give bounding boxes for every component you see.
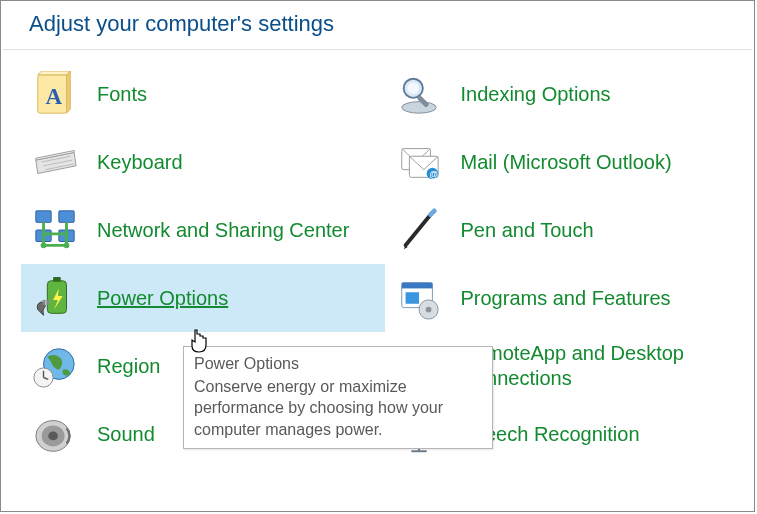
mail-icon: @: [395, 138, 443, 186]
item-label: Sound: [97, 422, 155, 447]
item-label: Region: [97, 354, 160, 379]
svg-point-2: [401, 102, 436, 114]
tooltip-body: Conserve energy or maximize performance …: [194, 376, 482, 441]
svg-rect-21: [43, 300, 46, 305]
item-fonts[interactable]: A Fonts: [21, 60, 385, 128]
programs-icon: [395, 274, 443, 322]
item-mail[interactable]: @ Mail (Microsoft Outlook): [385, 128, 749, 196]
page-heading: Adjust your computer's settings: [1, 1, 754, 49]
item-label: Keyboard: [97, 150, 183, 175]
item-label: Fonts: [97, 82, 147, 107]
svg-rect-25: [405, 292, 418, 304]
control-panel-window: Adjust your computer's settings A Fonts: [0, 0, 755, 512]
svg-point-37: [48, 432, 58, 441]
svg-point-17: [41, 242, 47, 248]
indexing-icon: [395, 70, 443, 118]
item-indexing-options[interactable]: Indexing Options: [385, 60, 749, 128]
item-label: Indexing Options: [461, 82, 611, 107]
svg-point-4: [407, 83, 419, 95]
item-label: Programs and Features: [461, 286, 671, 311]
region-icon: [31, 342, 79, 390]
power-icon: [31, 274, 79, 322]
svg-point-27: [425, 307, 431, 313]
svg-text:A: A: [45, 84, 62, 109]
item-power-options[interactable]: Power Options: [21, 264, 385, 332]
pen-icon: [395, 206, 443, 254]
item-label: RemoteApp and Desktop Connections: [461, 341, 731, 391]
item-network-sharing-center[interactable]: Network and Sharing Center: [21, 196, 385, 264]
svg-text:@: @: [429, 169, 437, 179]
sound-icon: [31, 410, 79, 458]
svg-rect-13: [36, 211, 51, 223]
svg-point-18: [64, 242, 70, 248]
svg-rect-22: [46, 300, 49, 305]
item-label: Pen and Touch: [461, 218, 594, 243]
tooltip-title: Power Options: [194, 353, 482, 375]
item-label: Mail (Microsoft Outlook): [461, 150, 672, 175]
fonts-icon: A: [31, 70, 79, 118]
item-programs-and-features[interactable]: Programs and Features: [385, 264, 749, 332]
item-label: Network and Sharing Center: [97, 218, 349, 243]
keyboard-icon: [31, 138, 79, 186]
item-keyboard[interactable]: Keyboard: [21, 128, 385, 196]
item-pen-and-touch[interactable]: Pen and Touch: [385, 196, 749, 264]
svg-rect-24: [401, 283, 432, 289]
divider: [3, 49, 752, 50]
svg-rect-20: [53, 277, 61, 282]
svg-rect-14: [59, 211, 74, 223]
item-label: Power Options: [97, 286, 228, 311]
network-icon: [31, 206, 79, 254]
tooltip: Power Options Conserve energy or maximiz…: [183, 346, 493, 449]
